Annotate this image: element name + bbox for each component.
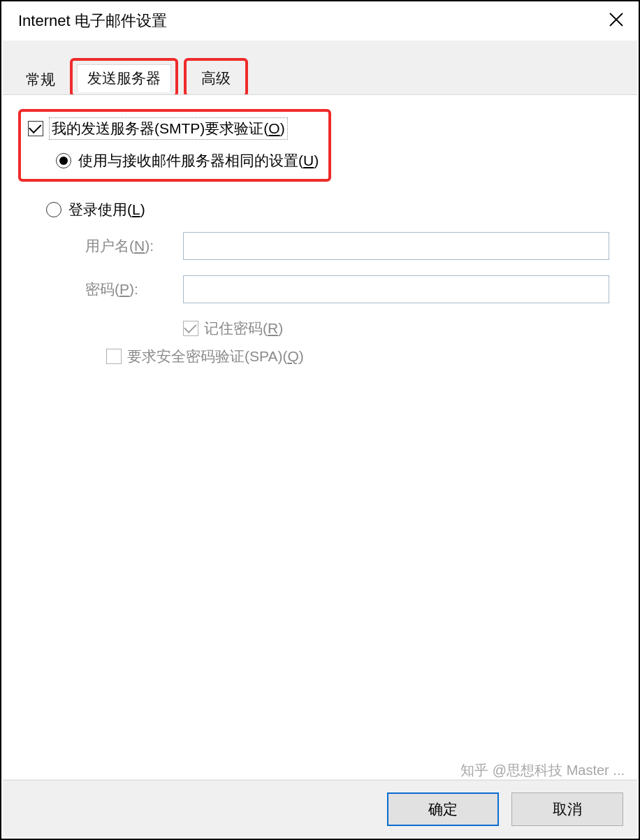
tab-outgoing-highlight: 发送服务器	[70, 58, 178, 97]
username-row: 用户名(N):	[85, 232, 622, 260]
require-spa-label: 要求安全密码验证(SPA)(Q)	[127, 347, 304, 366]
smtp-require-auth-label: 我的发送服务器(SMTP)要求验证(O)	[49, 117, 288, 140]
password-row: 密码(P):	[85, 275, 622, 303]
radio-use-same-settings[interactable]	[56, 153, 71, 168]
checkbox-remember-password[interactable]	[183, 321, 198, 336]
radio-use-same-settings-row[interactable]: 使用与接收邮件服务器相同的设置(U)	[56, 151, 319, 171]
tab-outgoing-server[interactable]: 发送服务器	[77, 64, 171, 92]
radio-use-same-label: 使用与接收邮件服务器相同的设置(U)	[78, 151, 319, 171]
radio-login-with-row[interactable]: 登录使用(L)	[46, 200, 622, 219]
ok-button[interactable]: 确定	[387, 792, 499, 826]
password-input[interactable]	[183, 275, 609, 303]
remember-password-label: 记住密码(R)	[204, 319, 283, 338]
tab-strip: 常规 发送服务器 高级	[3, 41, 637, 95]
smtp-require-auth-row[interactable]: 我的发送服务器(SMTP)要求验证(O)	[28, 117, 319, 140]
checkbox-smtp-auth[interactable]	[28, 121, 43, 136]
cancel-button[interactable]: 取消	[511, 792, 623, 826]
username-input[interactable]	[183, 232, 609, 260]
radio-login-with[interactable]	[46, 202, 61, 217]
ok-button-label: 确定	[428, 799, 458, 819]
tab-advanced-highlight: 高级	[184, 58, 248, 97]
tab-content: 我的发送服务器(SMTP)要求验证(O) 使用与接收邮件服务器相同的设置(U) …	[3, 94, 637, 779]
tab-general[interactable]: 常规	[15, 64, 66, 95]
tab-label: 常规	[26, 70, 55, 89]
remember-password-row[interactable]: 记住密码(R)	[183, 319, 622, 338]
smtp-auth-highlight: 我的发送服务器(SMTP)要求验证(O) 使用与接收邮件服务器相同的设置(U)	[18, 109, 331, 182]
titlebar: Internet 电子邮件设置	[1, 1, 639, 41]
window-title: Internet 电子邮件设置	[18, 10, 167, 31]
require-spa-row[interactable]: 要求安全密码验证(SPA)(Q)	[106, 347, 622, 366]
tab-label: 发送服务器	[87, 68, 161, 88]
radio-login-with-label: 登录使用(L)	[68, 200, 145, 219]
cancel-button-label: 取消	[553, 799, 582, 819]
checkbox-require-spa[interactable]	[106, 349, 122, 364]
client-area: 常规 发送服务器 高级 我的发送服务器(SMTP)要求验证(O) 使用与接收邮件…	[3, 41, 637, 837]
password-label: 密码(P):	[85, 280, 183, 299]
username-label: 用户名(N):	[85, 236, 183, 256]
tab-label: 高级	[201, 68, 231, 88]
login-fields: 用户名(N): 密码(P): 记住密码(R)	[85, 232, 622, 338]
close-icon[interactable]	[604, 7, 629, 36]
tab-advanced[interactable]: 高级	[191, 64, 241, 92]
button-bar: 确定 取消	[3, 780, 637, 837]
